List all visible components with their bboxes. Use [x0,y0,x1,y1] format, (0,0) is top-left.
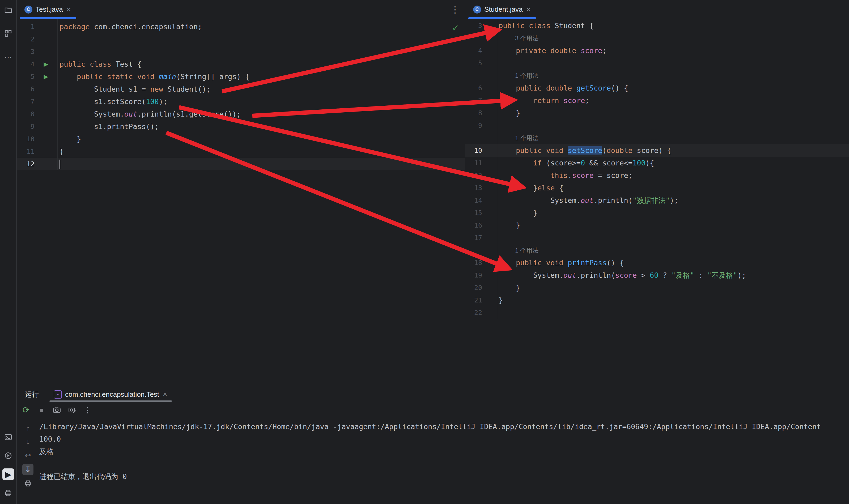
code-line[interactable]: 15 } [465,206,849,219]
code-line[interactable]: 22 [465,306,849,319]
print-icon[interactable] [2,487,14,499]
structure-icon[interactable] [2,28,14,39]
line-number[interactable]: 12 [16,160,35,168]
usages-inlay-hint[interactable]: 1 个用法 [515,72,538,79]
code-line[interactable]: 8 System.out.println(s1.getScore()); [16,108,465,120]
close-icon[interactable]: × [526,5,531,14]
usages-inlay-hint[interactable]: 1 个用法 [515,134,538,142]
line-number[interactable]: 11 [465,159,482,167]
code-line[interactable]: 18 public void printPass() { [465,256,849,269]
edit-screenshot-icon[interactable] [67,405,77,415]
close-icon[interactable]: × [162,390,167,399]
code-line[interactable]: 4 private double score; [465,44,849,57]
code-area-student[interactable]: 3public class Student {3 个用法4 private do… [465,19,849,319]
line-number[interactable]: 22 [465,309,482,317]
line-number[interactable]: 13 [465,184,482,192]
more-tools-icon[interactable]: ⋯ [2,51,14,63]
run-config-tab[interactable]: ▸ com.chenci.encapsulation.Test × [49,387,172,402]
code-line[interactable]: 12 this.score = score; [465,169,849,182]
code-line[interactable]: 16 } [465,219,849,232]
line-number[interactable]: 9 [465,122,482,129]
code-line[interactable]: 9 s1.printPass(); [16,120,465,133]
line-number[interactable]: 11 [16,148,35,155]
terminal-icon[interactable] [2,431,14,443]
inlay-row[interactable]: 3 个用法 [465,32,849,44]
line-number[interactable]: 16 [465,221,482,229]
code-line[interactable]: 10 public void setScore(double score) { [465,144,849,157]
line-number[interactable]: 8 [465,109,482,117]
usages-inlay-hint[interactable]: 3 个用法 [515,35,538,42]
line-number[interactable]: 20 [465,284,482,291]
code-line[interactable]: 7 s1.setScore(100); [16,95,465,108]
inlay-row[interactable]: 1 个用法 [465,69,849,82]
code-line[interactable]: 20 } [465,282,849,294]
line-number[interactable]: 1 [16,23,35,31]
code-line[interactable]: 5▶ public static void main(String[] args… [16,70,465,83]
screenshot-icon[interactable] [52,405,62,415]
services-icon[interactable] [2,450,14,462]
code-area-test[interactable]: 1package com.chenci.encapsulation;234▶pu… [16,19,465,170]
line-number[interactable]: 15 [465,209,482,217]
code-line[interactable]: 3public class Student { [465,19,849,32]
soft-wrap-icon[interactable]: ↩ [22,450,34,461]
code-line[interactable]: 2 [16,33,465,46]
line-number[interactable]: 19 [465,271,482,279]
code-line[interactable]: 21} [465,294,849,306]
tab-student-java[interactable]: C Student.java × [468,0,536,19]
code-line[interactable]: 14 System.out.println("数据非法"); [465,194,849,206]
line-number[interactable]: 10 [16,135,35,143]
code-line[interactable]: 8 } [465,107,849,119]
line-number[interactable]: 17 [465,234,482,242]
line-number[interactable]: 9 [16,123,35,130]
tab-test-java[interactable]: C Test.java × [20,0,76,19]
print-icon[interactable] [22,478,34,489]
scroll-to-end-icon[interactable]: ↧ [22,464,34,475]
code-line[interactable]: 12 [16,158,465,170]
line-number[interactable]: 3 [16,48,35,55]
code-line[interactable]: 1package com.chenci.encapsulation; [16,20,465,33]
code-line[interactable]: 17 [465,232,849,244]
code-line[interactable]: 11 if (score>=0 && score<=100){ [465,157,849,169]
line-number[interactable]: 5 [465,59,482,67]
line-number[interactable]: 7 [465,97,482,104]
line-number[interactable]: 7 [16,98,35,105]
line-number[interactable]: 14 [465,197,482,204]
line-number[interactable]: 4 [465,47,482,54]
code-line[interactable]: 6 public double getScore() { [465,82,849,94]
line-number[interactable]: 6 [16,85,35,93]
code-line[interactable]: 7 return score; [465,94,849,107]
line-number[interactable]: 12 [465,172,482,179]
code-line[interactable]: 3 [16,46,465,58]
line-number[interactable]: 21 [465,296,482,304]
code-line[interactable]: 6 Student s1 = new Student(); [16,83,465,95]
line-number[interactable]: 6 [465,84,482,92]
code-line[interactable]: 13 }else { [465,182,849,194]
line-number[interactable]: 8 [16,110,35,118]
project-icon[interactable] [2,4,14,16]
run-gutter-icon[interactable]: ▶ [35,61,57,67]
inlay-row[interactable]: 1 个用法 [465,244,849,256]
inspections-ok-icon[interactable]: ✓ [452,23,459,33]
line-number[interactable]: 18 [465,259,482,267]
editor-options-kebab-icon[interactable]: ⋮ [450,4,460,15]
scroll-up-icon[interactable]: ↑ [22,422,34,434]
code-line[interactable]: 11} [16,145,465,158]
code-line[interactable]: 5 [465,57,849,69]
line-number[interactable]: 2 [16,35,35,43]
inlay-row[interactable]: 1 个用法 [465,132,849,144]
line-number[interactable]: 10 [465,147,482,154]
close-icon[interactable]: × [66,5,71,14]
run-icon[interactable]: ▶ [2,468,14,480]
line-number[interactable]: 4 [16,60,35,68]
code-line[interactable]: 10 } [16,133,465,145]
line-number[interactable]: 5 [16,73,35,80]
code-line[interactable]: 19 System.out.println(score > 60 ? "及格" … [465,269,849,282]
code-line[interactable]: 4▶public class Test { [16,58,465,70]
more-options-kebab-icon[interactable]: ⋮ [82,405,93,415]
console-output[interactable]: /Library/Java/JavaVirtualMachines/jdk-17… [39,418,849,504]
code-line[interactable]: 9 [465,119,849,132]
usages-inlay-hint[interactable]: 1 个用法 [515,247,538,254]
scroll-down-icon[interactable]: ↓ [22,436,34,447]
rerun-icon[interactable]: ⟳ [21,405,31,415]
run-gutter-icon[interactable]: ▶ [35,74,57,80]
